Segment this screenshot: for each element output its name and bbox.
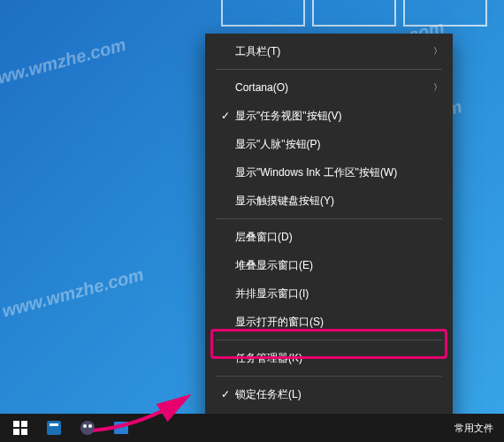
svg-point-10 [88,424,92,428]
app-icon [45,419,63,437]
menu-label: 显示"Windows Ink 工作区"按钮(W) [235,165,442,180]
menu-separator [216,339,442,340]
svg-rect-6 [47,421,61,435]
svg-rect-4 [13,429,19,435]
menu-item-lock-taskbar[interactable]: ✓ 锁定任务栏(L) [205,380,453,408]
app-icon [112,419,130,437]
window-outline [221,0,305,27]
svg-rect-11 [114,422,128,434]
check-icon: ✓ [216,388,235,400]
menu-item-show-ink[interactable]: 显示"Windows Ink 工作区"按钮(W) [205,158,453,187]
chevron-right-icon: 〉 [433,45,442,57]
svg-rect-7 [50,423,58,426]
menu-label: 并排显示窗口(I) [235,286,442,301]
taskbar-right: 常用文件 [454,422,500,435]
menu-item-cascade-windows[interactable]: 层叠窗口(D) [205,223,453,251]
svg-rect-2 [13,421,19,427]
window-snap-outlines [221,0,487,27]
menu-item-show-touch-keyboard[interactable]: 显示触摸键盘按钮(Y) [205,187,453,215]
menu-label: 显示触摸键盘按钮(Y) [235,194,442,209]
menu-item-stacked-windows[interactable]: 堆叠显示窗口(E) [205,251,453,279]
menu-label: 显示打开的窗口(S) [235,315,442,330]
start-button[interactable] [4,415,36,440]
menu-label: 显示"人脉"按钮(P) [235,137,442,152]
taskbar: 常用文件 [0,414,504,442]
app-icon [79,419,96,437]
check-icon: ✓ [216,110,235,122]
menu-label: 层叠窗口(D) [235,230,442,245]
taskbar-app-icon[interactable] [38,415,70,440]
menu-label: 工具栏(T) [235,44,433,59]
menu-item-show-taskview[interactable]: ✓ 显示"任务视图"按钮(V) [205,102,453,130]
menu-separator [216,376,442,377]
svg-rect-3 [21,421,27,427]
menu-label: Cortana(O) [235,81,433,94]
menu-item-toolbar[interactable]: 工具栏(T) 〉 [205,37,453,65]
menu-item-task-manager[interactable]: 任务管理器(K) [205,344,453,372]
menu-label: 堆叠显示窗口(E) [235,258,442,273]
svg-rect-5 [21,429,27,435]
menu-separator [216,69,442,70]
taskbar-app-icon[interactable] [72,415,103,440]
windows-logo-icon [13,421,27,435]
menu-item-side-by-side[interactable]: 并排显示窗口(I) [205,279,453,308]
taskbar-app-icon[interactable] [105,415,137,440]
watermark: www.wmzhe.com [0,264,146,322]
svg-point-9 [83,424,87,428]
watermark: www.wmzhe.com [0,34,128,92]
menu-label: 显示"任务视图"按钮(V) [235,109,442,124]
chevron-right-icon: 〉 [433,81,442,94]
window-outline [312,0,396,27]
svg-point-8 [80,421,95,435]
menu-label: 任务管理器(K) [235,351,442,366]
taskbar-context-menu: 工具栏(T) 〉 Cortana(O) 〉 ✓ 显示"任务视图"按钮(V) 显示… [205,34,453,442]
taskbar-right-label[interactable]: 常用文件 [454,422,493,435]
menu-item-cortana[interactable]: Cortana(O) 〉 [205,73,453,102]
menu-separator [216,218,442,219]
menu-item-show-people[interactable]: 显示"人脉"按钮(P) [205,130,453,158]
menu-item-show-open-windows[interactable]: 显示打开的窗口(S) [205,308,453,336]
menu-label: 锁定任务栏(L) [235,387,442,402]
window-outline [403,0,487,27]
